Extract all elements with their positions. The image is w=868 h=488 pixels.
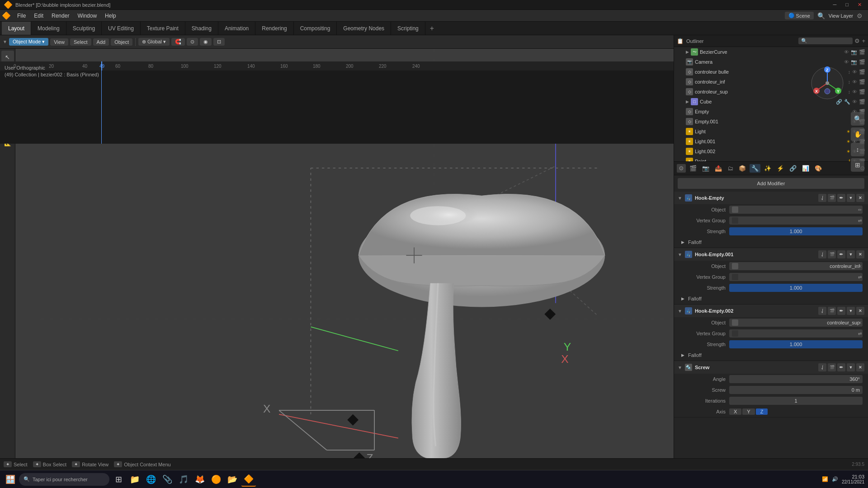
hook-empty002-up-btn[interactable]: ▼ [847,307,855,315]
xray-btn[interactable]: ⊡ [213,38,225,46]
screw-screw-value[interactable]: 0 m [729,386,863,394]
viewport-select-menu[interactable]: Select [70,38,91,46]
tab-modeling[interactable]: Modeling [31,22,66,35]
scene-search[interactable]: 🔍 [817,12,825,19]
hook-empty-up-btn[interactable]: ▼ [847,194,855,202]
hook-empty-realtime-btn[interactable]: ⎷ [818,194,826,202]
ctrl-bulle-type-icon[interactable]: ↕ [848,69,851,75]
tab-compositing[interactable]: Compositing [294,22,337,35]
prop-output-icon[interactable]: 📤 [713,164,724,173]
engine-selector[interactable]: 🔵 Scene [785,12,814,19]
transform-global[interactable]: ⊕ Global ▾ [138,38,170,46]
modifier-hook-empty-002-header[interactable]: ▼ 🎣 Hook-Empty.002 ⎷ 🎬 ✏ ▼ ✕ [674,305,868,317]
nav-zoom[interactable]: ↕ [851,143,864,156]
maximize-btn[interactable]: □ [843,2,851,8]
outliner-item-light001[interactable]: ☀ Light.001 ✶ 👁 🎬 [674,136,868,146]
tab-sculpting[interactable]: Sculpting [66,22,102,35]
modifier-hook-empty-001-header[interactable]: ▼ 🎣 Hook-Empty.001 ⎷ 🎬 ✏ ▼ ✕ [674,248,868,261]
prop-data-icon[interactable]: 📊 [800,164,811,173]
ctrl-sup-type-icon[interactable]: ↕ [848,89,851,95]
prop-scene-icon[interactable]: 🎬 [688,164,698,173]
tab-geometry-nodes[interactable]: Geometry Nodes [337,22,391,35]
screw-edit-btn[interactable]: ✏ [837,363,845,371]
outliner-item-light[interactable]: ☀ Light ✶ 👁 🎬 [674,127,868,136]
add-modifier-btn[interactable]: Add Modifier [678,178,864,189]
taskbar-task-view[interactable]: ⊞ [111,472,126,487]
taskbar-start[interactable]: 🪟 [4,473,17,486]
taskbar-firefox[interactable]: 🦊 [193,472,207,487]
outliner-item-light002[interactable]: ☀ Light.002 ✶ 👁 🎬 [674,146,868,156]
taskbar-music[interactable]: 🎵 [176,472,191,487]
camera-cam-icon[interactable]: 📷 [851,59,857,65]
hook-empty002-vertgroup-value[interactable]: ⇄ [729,329,863,338]
viewport-gizmo[interactable]: Z Y X [809,65,845,101]
point-type-icon[interactable]: ℹ [849,159,850,162]
hook-empty002-strength-value[interactable]: 1.000 [729,340,863,348]
hook-empty001-realtime-btn[interactable]: ⎷ [818,250,826,258]
hook-empty002-render-btn[interactable]: 🎬 [828,307,836,315]
tab-shading[interactable]: Shading [185,22,218,35]
prop-constraints-icon[interactable]: 🔗 [788,164,798,173]
menu-item-edit[interactable]: Edit [30,12,47,20]
hook-empty002-shuffle-icon[interactable]: ⇄ [858,331,862,336]
prop-render-icon[interactable]: 📷 [700,164,711,173]
tab-layout[interactable]: Layout [2,22,31,35]
ctrl-inf-type-icon[interactable]: ↕ [848,79,851,85]
prop-material-icon[interactable]: 🎨 [813,164,824,173]
hook-empty001-edit-btn[interactable]: ✏ [837,250,845,258]
screw-angle-value[interactable]: 360° [729,375,863,383]
outliner-filter-btn[interactable]: ⚙ [854,38,860,44]
taskbar-edge[interactable]: 🌐 [144,472,158,487]
screw-axis-x[interactable]: X [729,408,741,415]
beziercurve-cam-icon[interactable]: 📷 [851,49,857,55]
nav-grid[interactable]: ⊞ [851,158,864,172]
taskbar-blender[interactable]: 🔶 [241,472,256,487]
screw-axis-z[interactable]: Z [756,408,768,415]
view-mode-btn[interactable]: Object Mode ▾ [9,38,48,46]
outliner-item-point[interactable]: ☀ Point ℹ 👁 🎬 [674,156,868,162]
hook-empty-vertgroup-value[interactable]: ⇄ [729,216,863,225]
menu-item-render[interactable]: Render [48,12,73,20]
hook-empty-strength-value[interactable]: 1.000 [729,227,863,235]
hook-empty001-render-btn[interactable]: 🎬 [828,250,836,258]
light-type-icon[interactable]: ✶ [846,129,850,135]
outliner-item-empty[interactable]: ◇ Empty 👁 🎬 [674,107,868,117]
menu-item-help[interactable]: Help [101,12,120,20]
tab-add[interactable]: + [425,22,439,35]
hook-empty002-falloff-row[interactable]: ▶ Falloff [674,350,868,361]
hook-empty-edit-icon[interactable]: ✏ [858,207,862,212]
hook-empty-falloff-row[interactable]: ▶ Falloff [674,237,868,248]
hook-empty001-shuffle-icon[interactable]: ⇄ [858,275,862,280]
prop-view-layer-icon[interactable]: 🗂 [726,164,735,173]
viewport-view-menu[interactable]: View [50,38,68,46]
light001-type-icon[interactable]: ✶ [846,139,850,145]
hook-empty-edit-btn[interactable]: ✏ [837,194,845,202]
taskbar-files[interactable]: 📂 [225,472,240,487]
hook-empty001-up-btn[interactable]: ▼ [847,250,855,258]
tool-select[interactable]: ▼ [3,39,7,44]
tab-texture-paint[interactable]: Texture Paint [141,22,185,35]
prop-physics-icon[interactable]: ⚡ [775,164,786,173]
screw-realtime-btn[interactable]: ⎷ [818,363,826,371]
hook-empty002-down-btn[interactable]: ✕ [856,307,864,315]
camera-render-icon[interactable]: 🎬 [859,59,865,65]
screw-up-btn[interactable]: ▼ [847,363,855,371]
camera-eye-icon[interactable]: 👁 [844,59,849,65]
screw-axis-y[interactable]: Y [742,408,755,415]
outliner-add-btn[interactable]: + [862,38,865,44]
outliner-search[interactable]: 🔍 [798,38,853,44]
prop-active-tool-icon[interactable]: ⚙ [677,164,686,173]
screw-render-btn[interactable]: 🎬 [828,363,836,371]
taskbar-explorer[interactable]: 📁 [127,472,142,487]
prop-particles-icon[interactable]: ✨ [762,164,773,173]
hook-empty001-falloff-row[interactable]: ▶ Falloff [674,293,868,304]
hook-empty001-vertgroup-value[interactable]: ⇄ [729,273,863,281]
filter-icon[interactable]: ⚙ [857,12,863,19]
proportional-edit[interactable]: ⊙ [187,38,198,46]
hook-empty001-object-value[interactable]: controleur_inf ✕ [729,262,863,270]
hook-empty002-realtime-btn[interactable]: ⎷ [818,307,826,315]
menu-item-file[interactable]: File [14,12,29,20]
tab-animation[interactable]: Animation [218,22,255,35]
hook-empty002-object-value[interactable]: controleur_sup ✕ [729,319,863,327]
minimize-btn[interactable]: ─ [830,2,840,8]
